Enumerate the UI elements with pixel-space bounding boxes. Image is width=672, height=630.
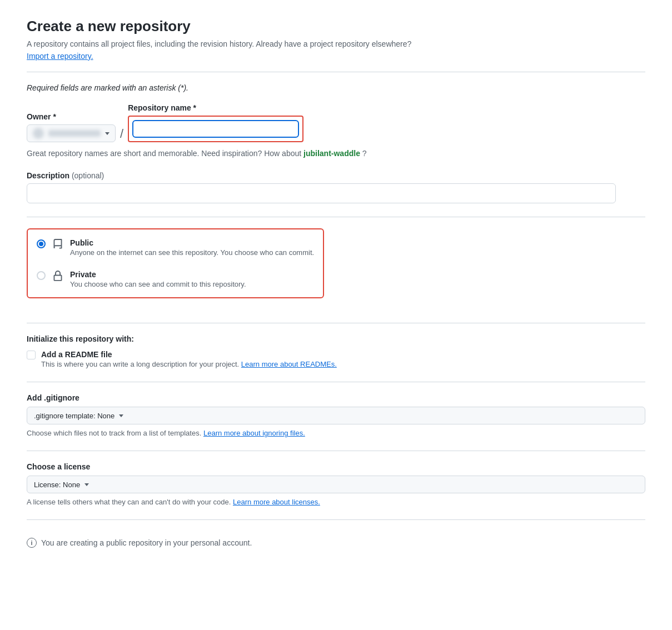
owner-dropdown[interactable] (27, 124, 116, 142)
divider-2 (27, 217, 645, 217)
description-label: Description (optional) (27, 171, 104, 180)
owner-label: Owner * (27, 112, 116, 121)
repo-name-highlight-box (128, 116, 303, 142)
gitignore-dropdown[interactable]: .gitignore template: None (27, 407, 645, 424)
divider-3 (27, 323, 645, 323)
owner-field-group: Owner * (27, 112, 116, 142)
readme-learn-more-link[interactable]: Learn more about READMEs. (241, 360, 337, 368)
suggested-name: jubilant-waddle (303, 149, 360, 158)
repo-name-label: Repository name * (128, 103, 303, 112)
gitignore-label: Add .gitignore (27, 393, 645, 402)
public-title: Public (70, 238, 314, 247)
divider-1 (27, 72, 645, 72)
slash-separator: / (120, 127, 123, 141)
divider-5 (27, 451, 645, 451)
license-section: Choose a license License: None A license… (27, 462, 645, 506)
public-radio[interactable] (37, 239, 46, 248)
lock-icon (52, 271, 63, 282)
readme-row: Add a README file This is where you can … (27, 350, 645, 368)
owner-avatar (33, 128, 44, 139)
gitignore-learn-more-link[interactable]: Learn more about ignoring files. (203, 429, 305, 437)
import-repository-link[interactable]: Import a repository. (27, 52, 93, 61)
page-subtitle: A repository contains all project files,… (27, 39, 645, 48)
chevron-down-icon (119, 414, 123, 417)
description-section: Description (optional) (27, 171, 645, 203)
visibility-section: Public Anyone on the internet can see th… (27, 228, 324, 298)
chevron-down-icon (105, 132, 109, 135)
license-label: Choose a license (27, 462, 645, 471)
required-note: Required fields are marked with an aster… (27, 83, 645, 92)
divider-6 (27, 519, 645, 520)
public-option[interactable]: Public Anyone on the internet can see th… (28, 232, 323, 263)
private-option[interactable]: Private You choose who can see and commi… (28, 263, 323, 295)
repo-name-field-group: Repository name * (128, 103, 303, 142)
gitignore-section: Add .gitignore .gitignore template: None… (27, 393, 645, 437)
readme-title: Add a README file (41, 350, 337, 359)
public-description: Anyone on the internet can see this repo… (70, 248, 314, 257)
init-title: Initialize this repository with: (27, 334, 645, 343)
page-title: Create a new repository (27, 18, 645, 35)
readme-desc: This is where you can write a long descr… (41, 360, 337, 368)
repo-name-input[interactable] (132, 120, 299, 138)
license-learn-more-link[interactable]: Learn more about licenses. (233, 498, 320, 506)
owner-name (48, 130, 101, 137)
gitignore-note: Choose which files not to track from a l… (27, 429, 645, 437)
private-radio[interactable] (37, 271, 46, 280)
divider-4 (27, 382, 645, 382)
private-title: Private (70, 270, 246, 279)
info-icon: i (27, 538, 37, 548)
chevron-down-icon (84, 483, 89, 486)
init-section: Initialize this repository with: Add a R… (27, 334, 645, 368)
inspiration-text: Great repository names are short and mem… (27, 149, 645, 158)
license-dropdown[interactable]: License: None (27, 476, 645, 493)
readme-checkbox[interactable] (27, 351, 36, 359)
license-note: A license tells others what they can and… (27, 498, 645, 506)
private-description: You choose who can see and commit to thi… (70, 280, 246, 288)
owner-repo-row: Owner * / Repository name * (27, 103, 645, 142)
repo-icon (52, 239, 63, 250)
description-input[interactable] (27, 183, 616, 203)
public-account-note: i You are creating a public repository i… (27, 531, 645, 554)
